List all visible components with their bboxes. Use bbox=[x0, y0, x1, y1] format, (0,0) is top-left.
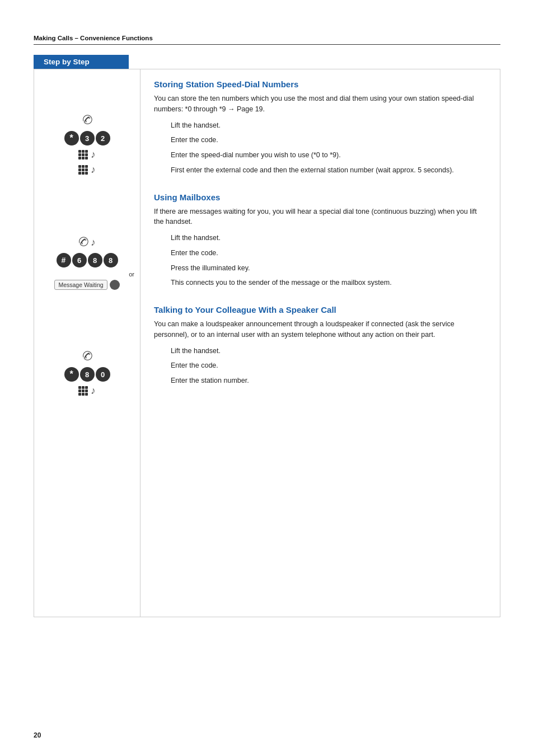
note-icon-1: ♪ bbox=[91, 149, 96, 161]
mailbox-step-1-text: Lift the handset. bbox=[171, 232, 486, 243]
speaker-call-title: Talking to Your Colleague With a Speaker… bbox=[154, 305, 486, 314]
handset-icon-2: ✆ bbox=[76, 234, 91, 251]
bubble-2: 2 bbox=[96, 131, 110, 145]
step-icon-space-1 bbox=[154, 119, 171, 124]
bubble-star: * bbox=[64, 131, 79, 145]
or-label: or bbox=[34, 271, 140, 278]
code-bubbles-speed-dial: * 3 2 bbox=[64, 131, 110, 145]
mailbox-step-1: Lift the handset. bbox=[154, 232, 486, 243]
mailboxes-intro: If there are messages waiting for you, y… bbox=[154, 206, 486, 228]
message-waiting-button[interactable]: Message Waiting bbox=[54, 280, 107, 290]
speed-dial-step-1: Lift the handset. bbox=[154, 119, 486, 131]
bubble-3: 3 bbox=[80, 131, 95, 145]
mailbox-step-4-text: This connects you to the sender of the m… bbox=[171, 276, 486, 288]
mailbox-step-3: Press the illuminated key. bbox=[154, 262, 486, 274]
speed-dial-step-4: First enter the external code and then t… bbox=[154, 164, 486, 176]
keypad-icon-1 bbox=[78, 150, 88, 159]
header-title: Making Calls – Convenience Functions bbox=[34, 35, 153, 41]
speed-dial-intro: You can store the ten numbers which you … bbox=[154, 93, 486, 115]
speed-dial-step-2-text: Enter the code. bbox=[171, 134, 486, 145]
step-icon-space-2 bbox=[154, 134, 171, 138]
speaker-step-2-text: Enter the code. bbox=[171, 359, 486, 371]
bubble-6: 6 bbox=[72, 253, 87, 267]
note-icon-2: ♪ bbox=[91, 164, 96, 176]
page: Making Calls – Convenience Functions Ste… bbox=[0, 0, 534, 756]
code-bubbles-speaker: * 8 0 bbox=[64, 367, 110, 382]
filled-circle-icon bbox=[110, 280, 120, 290]
bubble-8c: 8 bbox=[80, 367, 95, 382]
speaker-step-1-text: Lift the handset. bbox=[171, 345, 486, 356]
keypad-icon-3 bbox=[78, 386, 88, 396]
bubble-star-2: * bbox=[64, 367, 79, 382]
header-line: Making Calls – Convenience Functions bbox=[34, 34, 500, 45]
bubble-hash: # bbox=[57, 253, 71, 267]
handset-icon-1: ✆ bbox=[80, 112, 95, 129]
speaker-step-3-text: Enter the station number. bbox=[171, 374, 486, 386]
right-column: Storing Station Speed-Dial Numbers You c… bbox=[140, 69, 500, 617]
mailbox-step-3-text: Press the illuminated key. bbox=[171, 262, 486, 274]
note-icon-3: ♪ bbox=[91, 237, 96, 248]
mailbox-step-4: This connects you to the sender of the m… bbox=[154, 276, 486, 288]
speaker-step-1: Lift the handset. bbox=[154, 345, 486, 356]
speed-dial-step-2: Enter the code. bbox=[154, 134, 486, 145]
bubble-8a: 8 bbox=[88, 253, 102, 267]
bubble-8b: 8 bbox=[104, 253, 118, 267]
code-bubbles-mailbox: # 6 8 8 bbox=[57, 253, 118, 267]
speaker-call-intro: You can make a loudspeaker announcement … bbox=[154, 319, 486, 340]
content-area: ✆ * 3 2 ♪ bbox=[34, 69, 500, 617]
mailbox-step-2-text: Enter the code. bbox=[171, 247, 486, 259]
speed-dial-title: Storing Station Speed-Dial Numbers bbox=[154, 79, 486, 89]
keypad-icon-2 bbox=[78, 165, 88, 175]
bubble-0: 0 bbox=[96, 367, 110, 382]
step-icon-space-4 bbox=[154, 164, 171, 168]
speed-dial-step-1-text: Lift the handset. bbox=[171, 119, 486, 131]
page-number: 20 bbox=[34, 731, 41, 739]
mailbox-step-2: Enter the code. bbox=[154, 247, 486, 259]
note-icon-4: ♪ bbox=[91, 385, 96, 397]
speaker-step-2: Enter the code. bbox=[154, 359, 486, 371]
speed-dial-step-3-text: Enter the speed-dial number you wish to … bbox=[171, 149, 486, 161]
step-icon-space-3 bbox=[154, 149, 171, 153]
handset-icon-3: ✆ bbox=[80, 348, 95, 365]
left-column: ✆ * 3 2 ♪ bbox=[34, 69, 140, 617]
speed-dial-step-3: Enter the speed-dial number you wish to … bbox=[154, 149, 486, 161]
mailboxes-title: Using Mailboxes bbox=[154, 192, 486, 202]
speaker-step-3: Enter the station number. bbox=[154, 374, 486, 386]
step-by-step-label: Step by Step bbox=[34, 55, 129, 69]
speed-dial-step-4-text: First enter the external code and then t… bbox=[171, 164, 486, 176]
